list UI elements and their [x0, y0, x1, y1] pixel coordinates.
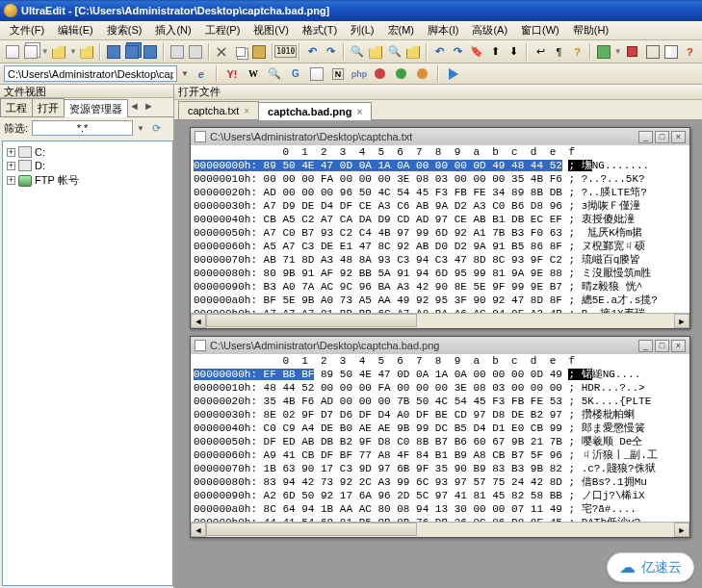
- stop-button[interactable]: [624, 43, 640, 61]
- expand-icon[interactable]: +: [7, 148, 15, 157]
- saveas-button[interactable]: [143, 43, 159, 61]
- sidebar-tab-explorer[interactable]: 资源管理器: [64, 99, 128, 117]
- cut-button[interactable]: [214, 43, 230, 61]
- layout2-button[interactable]: [663, 43, 679, 61]
- save-button[interactable]: [105, 43, 121, 61]
- tab-label: captcha.bad.png: [268, 106, 351, 117]
- wrap-button[interactable]: ↩: [532, 43, 548, 61]
- wikipedia-icon[interactable]: W: [245, 65, 262, 83]
- preview-button[interactable]: [187, 43, 203, 61]
- nav-fwd-button[interactable]: ↷: [450, 43, 466, 61]
- tree-item-c[interactable]: + C:: [7, 145, 169, 159]
- minimize-button[interactable]: _: [638, 131, 653, 143]
- menu-macro[interactable]: 宏(M): [382, 21, 421, 39]
- file-tab-png[interactable]: captcha.bad.png ×: [258, 102, 372, 120]
- print-button[interactable]: [169, 43, 185, 61]
- menu-view[interactable]: 视图(V): [247, 21, 295, 39]
- content-title: 打开文件: [174, 85, 702, 100]
- menu-edit[interactable]: 编辑(E): [52, 21, 99, 39]
- child-path: C:\Users\Administrator\Desktop\captcha.t…: [210, 131, 412, 142]
- dot2-icon[interactable]: [393, 65, 410, 83]
- menu-advanced[interactable]: 高级(A): [466, 21, 513, 39]
- new-button[interactable]: [4, 43, 20, 61]
- menu-insert[interactable]: 插入(N): [149, 21, 196, 39]
- php-icon[interactable]: php: [351, 65, 368, 83]
- copy-button[interactable]: [232, 43, 248, 61]
- address-input[interactable]: [4, 65, 177, 82]
- run-button[interactable]: [595, 43, 611, 61]
- saveall-button[interactable]: [123, 43, 140, 61]
- search-icon[interactable]: 🔍: [266, 65, 283, 83]
- open-button[interactable]: [51, 43, 67, 61]
- findfiles-button[interactable]: [368, 43, 384, 61]
- scroll-left-icon[interactable]: ◄: [191, 314, 206, 328]
- sidebar-nav-left[interactable]: ◄: [127, 98, 142, 116]
- child-titlebar[interactable]: C:\Users\Administrator\Desktop\captcha.t…: [191, 128, 689, 145]
- tree-item-d[interactable]: + D:: [7, 159, 169, 172]
- menu-script[interactable]: 脚本(I): [422, 21, 464, 39]
- file-tab-txt[interactable]: captcha.txt ×: [178, 101, 259, 119]
- sidebar-tab-open[interactable]: 打开: [32, 98, 65, 116]
- doc-icon[interactable]: [308, 65, 325, 83]
- h-scrollbar[interactable]: ◄ ►: [191, 522, 689, 537]
- scroll-right-icon[interactable]: ►: [674, 314, 689, 328]
- menu-window[interactable]: 窗口(W): [515, 21, 565, 39]
- menu-format[interactable]: 格式(T): [297, 21, 343, 39]
- help-button[interactable]: ?: [569, 43, 585, 61]
- dot1-icon[interactable]: [372, 65, 389, 83]
- layout1-button[interactable]: [644, 43, 661, 61]
- bookmark-button[interactable]: 🔖: [468, 43, 484, 61]
- tree-item-ftp[interactable]: + FTP 帐号: [7, 172, 169, 189]
- menu-search[interactable]: 搜索(S): [101, 21, 148, 39]
- close-icon[interactable]: ×: [356, 107, 362, 117]
- drive-icon: [18, 160, 32, 171]
- maximize-button[interactable]: □: [655, 131, 669, 143]
- show-button[interactable]: ¶: [551, 43, 567, 61]
- replace2-button[interactable]: [404, 43, 421, 61]
- filter-drop-icon[interactable]: ▼: [137, 124, 144, 133]
- title-bar: UltraEdit - [C:\Users\Administrator\Desk…: [0, 0, 702, 21]
- yahoo-icon[interactable]: Y!: [223, 65, 241, 83]
- menu-project[interactable]: 工程(P): [199, 21, 247, 39]
- ie-icon[interactable]: e: [193, 65, 210, 83]
- menu-file[interactable]: 文件(F): [4, 21, 50, 39]
- menu-column[interactable]: 列(L): [345, 21, 379, 39]
- hex-window-1: C:\Users\Administrator\Desktop\captcha.t…: [190, 127, 690, 329]
- hex-button[interactable]: 1010: [277, 43, 295, 61]
- expand-icon[interactable]: +: [7, 162, 15, 170]
- undo-button[interactable]: ↶: [304, 43, 321, 61]
- scroll-left-icon[interactable]: ◄: [191, 523, 206, 537]
- filter-input[interactable]: [32, 120, 133, 136]
- menu-help[interactable]: 帮助(H): [567, 21, 614, 39]
- redo-button[interactable]: ↷: [323, 43, 339, 61]
- close-icon[interactable]: ×: [244, 106, 249, 116]
- filter-label: 筛选:: [4, 121, 28, 136]
- close-button[interactable]: ×: [671, 340, 686, 352]
- n-icon[interactable]: N: [329, 65, 347, 83]
- h-scrollbar[interactable]: ◄ ►: [191, 313, 689, 328]
- open2-button[interactable]: [79, 43, 95, 61]
- dot3-icon[interactable]: [414, 65, 431, 83]
- help2-button[interactable]: ?: [682, 43, 698, 61]
- sidebar-nav-right[interactable]: ►: [142, 98, 156, 116]
- hex-view-1[interactable]: 0 1 2 3 4 5 6 7 8 9 a b c d e f 00000000…: [191, 145, 689, 313]
- play-icon[interactable]: [445, 65, 462, 83]
- replace-button[interactable]: 🔍: [386, 43, 403, 61]
- maximize-button[interactable]: □: [655, 340, 669, 352]
- find-button[interactable]: 🔍: [349, 43, 365, 61]
- scroll-right-icon[interactable]: ►: [674, 523, 689, 537]
- child-path: C:\Users\Administrator\Desktop\captcha.b…: [210, 340, 439, 351]
- sidebar-tab-project[interactable]: 工程: [0, 98, 33, 116]
- minimize-button[interactable]: _: [638, 340, 653, 352]
- nav-back-button[interactable]: ↶: [431, 43, 448, 61]
- hex-view-2[interactable]: 0 1 2 3 4 5 6 7 8 9 a b c d e f 00000000…: [191, 354, 689, 522]
- bm-next-button[interactable]: ⬇: [506, 43, 522, 61]
- close-button[interactable]: ×: [671, 131, 686, 143]
- stack-button[interactable]: [22, 43, 39, 61]
- paste-button[interactable]: [250, 43, 267, 61]
- bm-prev-button[interactable]: ⬆: [487, 43, 504, 61]
- google-icon[interactable]: G: [287, 65, 304, 83]
- child-titlebar[interactable]: C:\Users\Administrator\Desktop\captcha.b…: [191, 337, 689, 354]
- filter-refresh-button[interactable]: ⟳: [148, 119, 166, 137]
- expand-icon[interactable]: +: [7, 176, 15, 185]
